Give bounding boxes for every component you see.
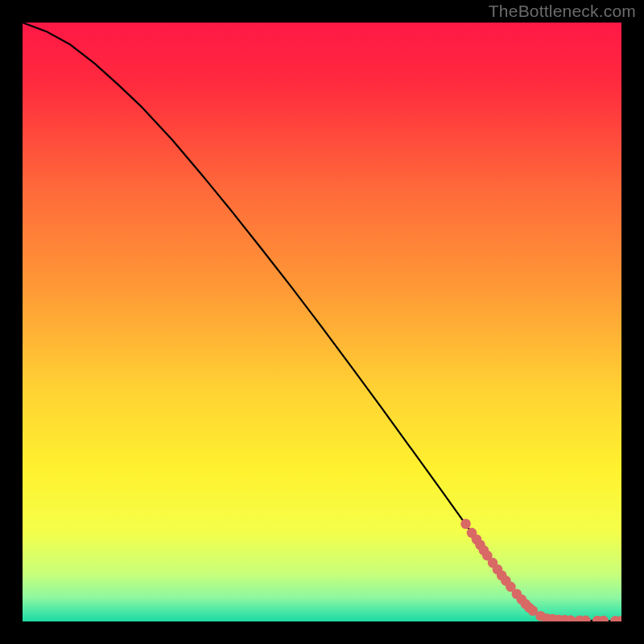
chart-frame: TheBottleneck.com [0, 0, 644, 644]
plot-area [23, 23, 621, 621]
chart-svg [23, 23, 621, 621]
gradient-bg [23, 23, 621, 621]
watermark-text: TheBottleneck.com [489, 2, 636, 21]
marker-point [460, 518, 471, 529]
